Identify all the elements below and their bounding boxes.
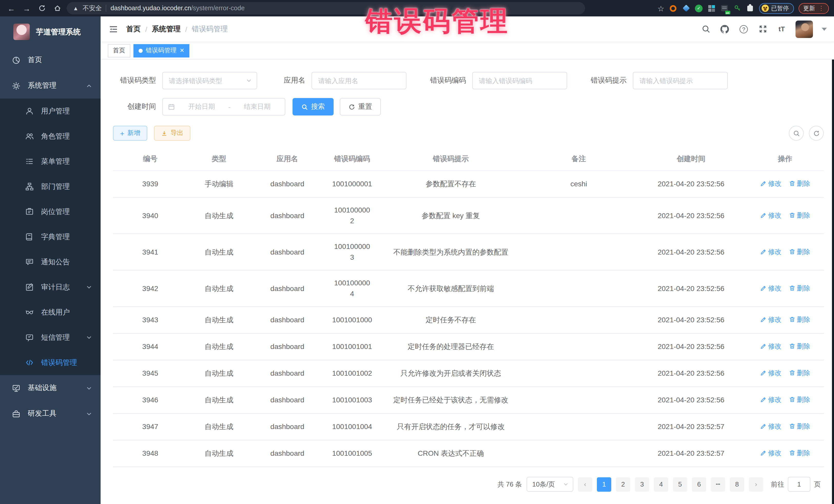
sidebar-item-部门管理[interactable]: 部门管理 xyxy=(0,174,101,199)
hamburger-icon[interactable] xyxy=(108,23,119,35)
col-app: 应用名 xyxy=(250,148,324,171)
extension-key-icon[interactable] xyxy=(733,4,741,12)
refresh-button[interactable] xyxy=(809,126,824,140)
search-icon[interactable] xyxy=(701,24,711,34)
edit-link[interactable]: 修改 xyxy=(760,178,782,189)
sidebar-item-系统管理[interactable]: 系统管理 xyxy=(0,73,101,98)
page-button-2[interactable]: 2 xyxy=(616,477,630,491)
export-button[interactable]: 导出 xyxy=(154,126,191,140)
prev-page-button[interactable]: ‹ xyxy=(578,477,592,491)
delete-link[interactable]: 删除 xyxy=(789,421,810,432)
sidebar-item-用户管理[interactable]: 用户管理 xyxy=(0,98,101,124)
breadcrumb-system[interactable]: 系统管理 xyxy=(152,24,181,34)
sidebar-item-角色管理[interactable]: 角色管理 xyxy=(0,124,101,149)
delete-link[interactable]: 删除 xyxy=(789,178,810,189)
edit-link[interactable]: 修改 xyxy=(760,421,782,432)
home-icon[interactable] xyxy=(51,2,64,14)
font-size-icon[interactable]: tT xyxy=(776,24,787,34)
sidebar-item-审计日志[interactable]: 审计日志 xyxy=(0,275,101,300)
sidebar-item-字典管理[interactable]: 字典管理 xyxy=(0,224,101,249)
edit-link[interactable]: 修改 xyxy=(760,246,782,257)
app-name-input[interactable] xyxy=(311,72,407,89)
tab-close-icon[interactable]: ✕ xyxy=(180,47,184,54)
sidebar-item-通知公告[interactable]: 通知公告 xyxy=(0,249,101,275)
sidebar-item-首页[interactable]: 首页 xyxy=(0,47,101,73)
sidebar-item-菜单管理[interactable]: 菜单管理 xyxy=(0,149,101,174)
sidebar-item-岗位管理[interactable]: 岗位管理 xyxy=(0,199,101,224)
error-code-input[interactable] xyxy=(472,72,567,89)
browser-update-button[interactable]: 更新 xyxy=(803,4,815,12)
reload-icon[interactable] xyxy=(36,2,48,14)
cell-created: 2021-04-20 23:52:56 xyxy=(636,270,746,307)
page-button-5[interactable]: 5 xyxy=(673,477,687,491)
extension-gem-icon[interactable] xyxy=(682,4,690,12)
extension-green-icon[interactable]: ✓ xyxy=(695,4,703,12)
extension-ring-icon[interactable] xyxy=(669,4,677,12)
add-button[interactable]: + 新增 xyxy=(113,126,147,140)
bookmark-star-icon[interactable]: ☆ xyxy=(657,4,664,12)
delete-link[interactable]: 删除 xyxy=(789,210,810,220)
cell-type: 自动生成 xyxy=(188,333,250,360)
delete-link[interactable]: 删除 xyxy=(789,447,810,458)
sidebar-item-错误码管理[interactable]: 错误码管理 xyxy=(0,350,101,375)
page-button-4[interactable]: 4 xyxy=(654,477,668,491)
date-range-picker[interactable]: 开始日期 - 结束日期 xyxy=(162,98,285,115)
sidebar-item-label: 研发工具 xyxy=(28,409,57,418)
user-avatar[interactable] xyxy=(795,20,813,38)
forward-icon[interactable]: → xyxy=(21,2,33,14)
delete-link[interactable]: 删除 xyxy=(789,314,810,325)
delete-link[interactable]: 删除 xyxy=(789,394,810,405)
goto-page-input[interactable] xyxy=(788,477,810,492)
tab-home[interactable]: 首页 xyxy=(108,44,130,57)
delete-link[interactable]: 删除 xyxy=(789,246,810,257)
devtools-icon xyxy=(11,409,21,418)
edit-link[interactable]: 修改 xyxy=(760,210,782,220)
delete-link[interactable]: 删除 xyxy=(789,341,810,352)
cell-type: 手动编辑 xyxy=(188,171,250,197)
more-pages-button[interactable]: ••• xyxy=(711,477,725,491)
cell-ops: 修改删除 xyxy=(746,171,824,197)
extension-on-icon[interactable]: on xyxy=(720,4,728,12)
back-icon[interactable]: ← xyxy=(5,2,18,14)
paused-extension-pill[interactable]: 已暂停 xyxy=(759,3,794,14)
edit-link[interactable]: 修改 xyxy=(760,447,782,458)
show-search-button[interactable] xyxy=(789,126,804,140)
cell-type: 自动生成 xyxy=(188,440,250,467)
help-icon[interactable]: ? xyxy=(739,24,749,34)
page-button-6[interactable]: 6 xyxy=(692,477,706,491)
page-button-8[interactable]: 8 xyxy=(730,477,744,491)
edit-link[interactable]: 修改 xyxy=(760,394,782,405)
reset-button[interactable]: 重置 xyxy=(340,98,381,115)
sidebar-item-短信管理[interactable]: 短信管理 xyxy=(0,325,101,350)
fullscreen-icon[interactable] xyxy=(758,24,768,34)
page-button-3[interactable]: 3 xyxy=(635,477,649,491)
edit-link[interactable]: 修改 xyxy=(760,283,782,293)
window-scrollbar[interactable] xyxy=(832,17,834,504)
code-icon xyxy=(25,358,34,367)
extension-grid-icon[interactable] xyxy=(707,4,716,12)
edit-link[interactable]: 修改 xyxy=(760,368,782,378)
next-page-button[interactable]: › xyxy=(749,477,763,491)
sidebar-item-基础设施[interactable]: 基础设施 xyxy=(0,375,101,401)
page-button-1[interactable]: 1 xyxy=(597,477,611,491)
cell-app: dashboard xyxy=(250,360,324,387)
avatar-caret-icon[interactable] xyxy=(822,27,827,30)
sidebar-item-在线用户[interactable]: 在线用户 xyxy=(0,300,101,325)
app-logo[interactable]: 芋道管理系统 xyxy=(0,17,101,47)
edit-link[interactable]: 修改 xyxy=(760,314,782,325)
github-icon[interactable] xyxy=(720,24,730,34)
delete-link[interactable]: 删除 xyxy=(789,368,810,378)
plus-icon: + xyxy=(120,130,124,137)
sidebar-item-研发工具[interactable]: 研发工具 xyxy=(0,401,101,426)
extension-puzzle-icon[interactable] xyxy=(746,4,754,12)
tab-error-code[interactable]: 错误码管理 ✕ xyxy=(133,44,190,57)
breadcrumb-home[interactable]: 首页 xyxy=(126,24,140,34)
date-start-placeholder: 开始日期 xyxy=(179,102,224,111)
error-msg-input[interactable] xyxy=(633,72,728,89)
search-button[interactable]: 搜索 xyxy=(292,98,334,115)
error-type-select[interactable] xyxy=(162,72,257,89)
edit-link[interactable]: 修改 xyxy=(760,341,782,352)
page-size-select[interactable]: 10条/页 xyxy=(527,477,573,492)
browser-menu-icon[interactable]: ⋮ xyxy=(818,5,824,11)
delete-link[interactable]: 删除 xyxy=(789,283,810,293)
